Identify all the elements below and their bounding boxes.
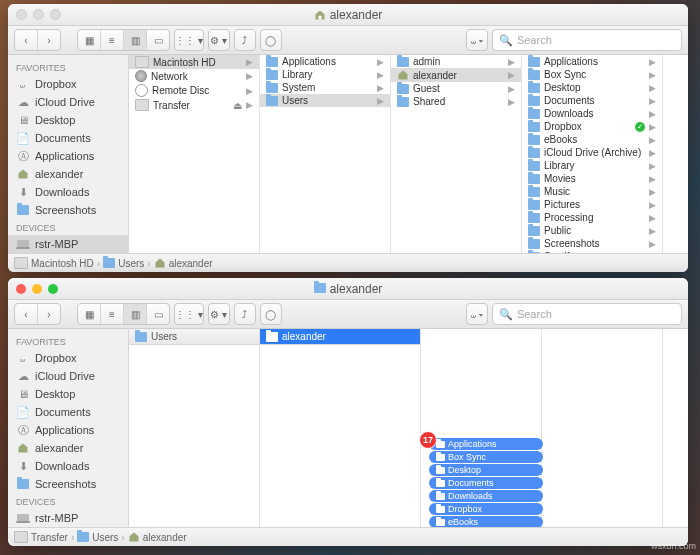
column-item[interactable]: admin▶ xyxy=(391,55,521,68)
path-segment[interactable]: Users xyxy=(103,258,144,269)
column-item[interactable]: Transfer⏏▶ xyxy=(129,98,259,112)
column-item[interactable]: Screenshots▶ xyxy=(522,237,662,250)
column-item[interactable]: iCloud Drive (Archive)▶ xyxy=(522,146,662,159)
column-header[interactable]: alexander xyxy=(260,329,420,345)
chevron-right-icon: ▶ xyxy=(377,57,384,67)
path-segment[interactable]: alexander xyxy=(154,257,213,269)
sidebar-item[interactable]: Screenshots xyxy=(8,201,128,219)
folder-icon xyxy=(528,200,540,210)
list-view-button[interactable]: ≡ xyxy=(101,304,124,324)
back-button[interactable]: ‹ xyxy=(15,30,38,50)
gallery-view-button[interactable]: ▭ xyxy=(147,304,169,324)
sidebar-item[interactable]: 📄Documents xyxy=(8,403,128,421)
icon-view-button[interactable]: ▦ xyxy=(78,304,101,324)
chevron-right-icon: ▶ xyxy=(649,109,656,119)
drag-stack[interactable]: 17 ApplicationsBox SyncDesktopDocumentsD… xyxy=(429,437,543,527)
column-item[interactable]: Shared▶ xyxy=(391,95,521,108)
column-item[interactable]: Applications▶ xyxy=(260,55,390,68)
desktop-icon: 🖥 xyxy=(18,388,29,400)
folder-icon xyxy=(528,122,540,132)
action-button[interactable]: ⚙ ▾ xyxy=(208,303,230,325)
icon-view-button[interactable]: ▦ xyxy=(78,30,101,50)
svg-rect-1 xyxy=(16,247,30,249)
dropbox-icon: ⩊ xyxy=(20,352,26,364)
sidebar-item[interactable]: 🖥Desktop xyxy=(8,111,128,129)
sidebar-item[interactable]: ⒶApplications xyxy=(8,147,128,165)
path-segment[interactable]: Macintosh HD xyxy=(14,257,94,269)
search-field[interactable]: 🔍 Search xyxy=(492,29,682,51)
column-item[interactable]: System▶ xyxy=(260,81,390,94)
column-item[interactable]: Library▶ xyxy=(260,68,390,81)
eject-icon[interactable]: ⏏ xyxy=(233,100,242,111)
item-label: alexander xyxy=(413,70,504,81)
arrange-button[interactable]: ⋮⋮ ▾ xyxy=(174,29,204,51)
dropbox-button[interactable]: ⩊ ▾ xyxy=(466,29,488,51)
sidebar-item[interactable]: Screenshots xyxy=(8,475,128,493)
path-segment[interactable]: Users xyxy=(77,532,118,543)
sidebar-item[interactable]: 📄Documents xyxy=(8,129,128,147)
sidebar-item[interactable]: ☁iCloud Drive xyxy=(8,367,128,385)
column-item[interactable]: Processing▶ xyxy=(522,211,662,224)
column-item[interactable]: alexander▶ xyxy=(391,68,521,82)
column-view-button[interactable]: ▥ xyxy=(124,304,147,324)
gallery-view-button[interactable]: ▭ xyxy=(147,30,169,50)
sidebar-item[interactable]: rstr-MBP xyxy=(8,235,128,253)
column-item[interactable]: Box Sync▶ xyxy=(522,68,662,81)
share-button[interactable]: ⤴ xyxy=(234,29,256,51)
sidebar-item[interactable]: alexander xyxy=(8,439,128,457)
home-icon xyxy=(17,168,29,180)
tags-button[interactable]: ◯ xyxy=(260,29,282,51)
sidebar-item[interactable]: alexander xyxy=(8,165,128,183)
column-item[interactable]: Music▶ xyxy=(522,185,662,198)
sidebar-item-label: iCloud Drive xyxy=(35,96,95,108)
dropbox-button[interactable]: ⩊ ▾ xyxy=(466,303,488,325)
column-item[interactable]: Network▶ xyxy=(129,69,259,83)
arrange-button[interactable]: ⋮⋮ ▾ xyxy=(174,303,204,325)
item-label: Processing xyxy=(544,212,645,223)
forward-button[interactable]: › xyxy=(38,30,60,50)
folder-icon xyxy=(528,70,540,80)
search-field[interactable]: 🔍 Search xyxy=(492,303,682,325)
item-label: Box Sync xyxy=(544,69,645,80)
forward-button[interactable]: › xyxy=(38,304,60,324)
column-item[interactable]: Guest▶ xyxy=(391,82,521,95)
column-item[interactable]: Applications▶ xyxy=(522,55,662,68)
sidebar-item-label: rstr-MBP xyxy=(35,238,78,250)
share-button[interactable]: ⤴ xyxy=(234,303,256,325)
column-item[interactable]: Remote Disc▶ xyxy=(129,83,259,98)
column-item[interactable]: Downloads▶ xyxy=(522,107,662,120)
tags-button[interactable]: ◯ xyxy=(260,303,282,325)
column-item[interactable]: Public▶ xyxy=(522,224,662,237)
column-item[interactable]: Pictures▶ xyxy=(522,198,662,211)
column-item[interactable]: Documents▶ xyxy=(522,94,662,107)
back-button[interactable]: ‹ xyxy=(15,304,38,324)
action-button[interactable]: ⚙ ▾ xyxy=(208,29,230,51)
folder-icon xyxy=(17,479,29,489)
sidebar-item[interactable]: ☁iCloud Drive xyxy=(8,93,128,111)
column-item[interactable]: Macintosh HD▶ xyxy=(129,55,259,69)
column-item[interactable]: Dropbox✓▶ xyxy=(522,120,662,133)
path-segment[interactable]: alexander xyxy=(128,531,187,543)
folder-icon xyxy=(266,57,278,67)
sidebar-item[interactable]: ⬇Downloads xyxy=(8,183,128,201)
column-header[interactable]: Users xyxy=(129,329,259,345)
titlebar[interactable]: alexander xyxy=(8,278,688,300)
path-segment[interactable]: Transfer xyxy=(14,531,68,543)
sidebar-heading-devices: Devices xyxy=(8,219,128,235)
column-item[interactable]: Library▶ xyxy=(522,159,662,172)
column-view-button[interactable]: ▥ xyxy=(124,30,147,50)
sidebar-item[interactable]: ⬇Downloads xyxy=(8,457,128,475)
column-item[interactable]: Users▶ xyxy=(260,94,390,107)
list-view-button[interactable]: ≡ xyxy=(101,30,124,50)
sidebar-item[interactable]: ⒶApplications xyxy=(8,421,128,439)
column-item[interactable]: Desktop▶ xyxy=(522,81,662,94)
titlebar[interactable]: alexander xyxy=(8,4,688,26)
column-item[interactable]: eBooks▶ xyxy=(522,133,662,146)
sidebar-item[interactable]: 🖥Desktop xyxy=(8,385,128,403)
column-item[interactable]: Movies▶ xyxy=(522,172,662,185)
item-label: Desktop xyxy=(544,82,645,93)
sidebar-item[interactable]: ⩊Dropbox xyxy=(8,349,128,367)
sidebar-item[interactable]: rstr-MBP xyxy=(8,509,128,527)
sidebar-item[interactable]: ⩊Dropbox xyxy=(8,75,128,93)
applications-icon: Ⓐ xyxy=(18,423,29,438)
